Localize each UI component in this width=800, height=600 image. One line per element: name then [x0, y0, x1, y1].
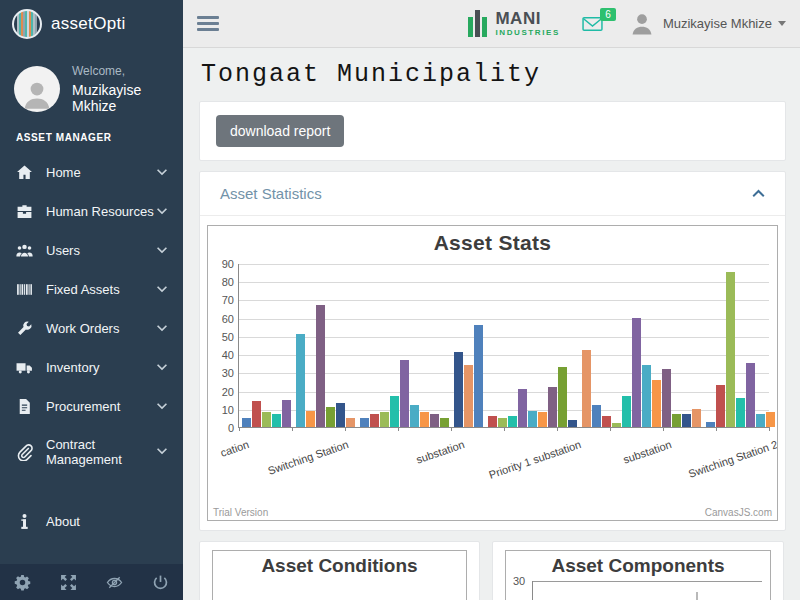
chevron-down-icon — [157, 448, 167, 456]
assetopti-logo-barcode-icon — [12, 9, 42, 39]
sidebar-item-human-resources[interactable]: Human Resources — [0, 192, 183, 231]
asset-statistics-panel: Asset Statistics Asset Stats 90807060504… — [199, 171, 786, 531]
user-dropdown[interactable]: Muzikayise Mkhize — [663, 16, 786, 31]
x-tick — [239, 427, 240, 431]
bar — [642, 365, 651, 427]
asset-stats-x-labels: cationSwitching StationsubstationPriorit… — [238, 434, 769, 492]
bar — [548, 387, 557, 427]
bar — [508, 416, 517, 427]
sidebar-item-label: Home — [46, 165, 81, 180]
bar — [336, 403, 345, 427]
home-icon — [16, 164, 33, 181]
x-category-label: substation — [414, 438, 465, 466]
bar — [474, 325, 483, 427]
bar — [440, 418, 449, 427]
bar — [672, 414, 681, 427]
chevron-down-icon — [157, 169, 167, 177]
x-tick — [398, 427, 399, 431]
bar — [692, 409, 701, 427]
x-category-label: substation — [621, 438, 672, 466]
role-label: ASSET MANAGER — [0, 124, 183, 147]
bar — [612, 423, 621, 427]
topbar-avatar[interactable] — [629, 11, 655, 37]
bar — [464, 365, 473, 427]
bar — [582, 350, 591, 427]
asset-stats-bars — [239, 264, 769, 427]
bar — [262, 412, 271, 427]
bar — [454, 352, 463, 427]
sidebar-item-inventory[interactable]: Inventory — [0, 348, 183, 387]
bar — [420, 412, 429, 427]
x-tick — [610, 427, 611, 431]
sidebar-footer — [0, 564, 183, 600]
mani-brand-top: MANI — [495, 10, 559, 27]
welcome-label: Welcome, — [72, 64, 169, 78]
x-tick — [663, 427, 664, 431]
power-icon[interactable] — [152, 574, 169, 591]
messages-button[interactable]: 6 — [582, 16, 603, 32]
bar — [272, 414, 281, 427]
download-report-button[interactable]: download report — [216, 115, 344, 147]
bottom-charts-row: Asset Conditions Good (879) Asset Compon… — [199, 541, 786, 600]
bar — [726, 272, 735, 427]
page-title: Tongaat Municipality — [201, 60, 786, 89]
sidebar-item-label: Fixed Assets — [46, 282, 120, 297]
bar — [746, 363, 755, 427]
asset-conditions-panel: Asset Conditions Good (879) — [199, 541, 480, 600]
topbar-user-name: Muzikayise Mkhize — [663, 16, 772, 31]
expand-icon[interactable] — [60, 574, 77, 591]
chart-title: Asset Conditions — [213, 551, 466, 577]
sidebar-item-label: Procurement — [46, 399, 120, 414]
x-tick — [292, 427, 293, 431]
y-tick-label: 30 — [222, 367, 234, 379]
gear-icon[interactable] — [14, 574, 31, 591]
bar — [696, 592, 698, 600]
asset-components-chart: Asset Components 30 20 — [505, 550, 771, 600]
x-category-label: Switching Station 2 — [686, 438, 778, 480]
hamburger-menu-icon[interactable] — [197, 13, 219, 34]
chart-title: Asset Components — [506, 551, 770, 577]
x-tick — [504, 427, 505, 431]
chart-title: Asset Stats — [208, 226, 777, 255]
collapse-chevron-up-icon[interactable] — [752, 189, 765, 198]
x-tick — [451, 427, 452, 431]
canvasjs-credit-link[interactable]: CanvasJS.com — [705, 507, 772, 518]
y-tick-label: 80 — [222, 276, 234, 288]
sidebar: assetOpti Welcome, Muzikayise Mkhize ASS… — [0, 0, 183, 600]
bar — [488, 416, 497, 427]
bar — [662, 369, 671, 427]
bar — [400, 360, 409, 427]
sidebar-item-work-orders[interactable]: Work Orders — [0, 309, 183, 348]
y-tick-label: 60 — [222, 313, 234, 325]
x-category-label: Priority 1 substation — [487, 438, 582, 481]
chevron-down-icon — [157, 403, 167, 411]
avatar — [14, 66, 60, 112]
bar — [370, 414, 379, 427]
bar — [632, 318, 641, 427]
bar — [242, 418, 251, 427]
bar — [498, 418, 507, 427]
chevron-down-icon — [157, 364, 167, 372]
y-tick-label: 40 — [222, 349, 234, 361]
sidebar-brand[interactable]: assetOpti — [0, 0, 183, 48]
sidebar-menu: HomeHuman ResourcesUsersFixed AssetsWork… — [0, 147, 183, 564]
eye-slash-icon[interactable] — [106, 574, 123, 591]
sidebar-item-users[interactable]: Users — [0, 231, 183, 270]
bar — [346, 418, 355, 427]
bar — [756, 414, 765, 427]
chevron-down-icon — [157, 325, 167, 333]
x-tick — [769, 427, 770, 431]
sidebar-item-fixed-assets[interactable]: Fixed Assets — [0, 270, 183, 309]
mani-brand-bottom: INDUSTRIES — [495, 29, 559, 37]
sidebar-item-contract-management[interactable]: Contract Management — [0, 426, 183, 478]
bar — [766, 412, 775, 427]
x-tick — [345, 427, 346, 431]
y-tick-label: 0 — [228, 422, 234, 434]
sidebar-item-about[interactable]: About — [0, 502, 183, 541]
sidebar-item-home[interactable]: Home — [0, 153, 183, 192]
sidebar-item-procurement[interactable]: Procurement — [0, 387, 183, 426]
bar — [306, 411, 315, 427]
bar — [326, 407, 335, 427]
asset-conditions-chart: Asset Conditions Good (879) — [212, 550, 467, 600]
bar — [568, 420, 577, 427]
